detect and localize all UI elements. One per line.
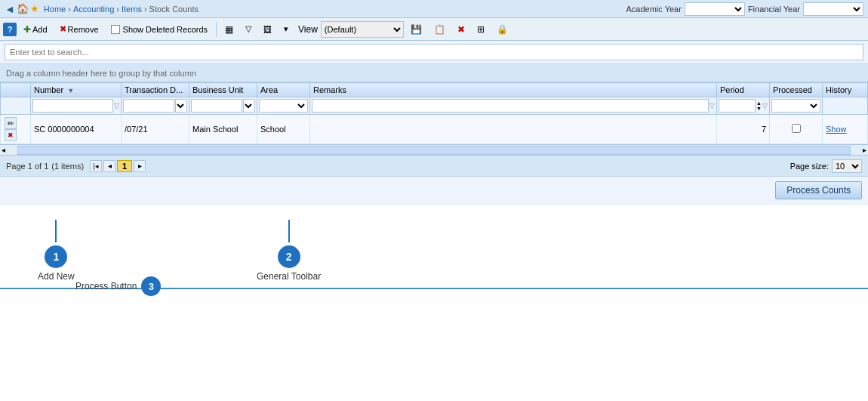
process-callout-label-group: Process Button 3: [75, 276, 161, 296]
row-edit-icon: ✏: [8, 119, 14, 128]
filter-buunit-input[interactable]: [191, 99, 242, 113]
scroll-right-btn[interactable]: ▸: [861, 146, 868, 154]
checkbox-show-deleted[interactable]: [111, 25, 120, 34]
scroll-left-btn[interactable]: ◂: [0, 146, 7, 154]
row-period: 7: [717, 115, 770, 144]
lock-icon: 🔒: [497, 24, 508, 35]
group-header-text: Drag a column header here to group by th…: [6, 69, 196, 78]
page-size-group: Page size: 10: [790, 159, 862, 173]
image-button[interactable]: 🖼: [258, 21, 277, 38]
academic-year-label: Academic Year: [626, 5, 682, 14]
breadcrumb-accounting[interactable]: Accounting: [73, 5, 114, 14]
group-header: Drag a column header here to group by th…: [0, 64, 868, 82]
star-icon[interactable]: ★: [30, 3, 39, 14]
breadcrumb-items[interactable]: Items: [122, 5, 142, 14]
show-deleted-button[interactable]: Show Deleted Records: [106, 21, 214, 38]
filter-remarks-input[interactable]: [312, 99, 709, 113]
page-next-icon: ▸: [138, 162, 142, 170]
view-select[interactable]: (Default): [321, 21, 404, 38]
help-icon[interactable]: ?: [3, 23, 17, 36]
filter-period-down[interactable]: ▼: [756, 106, 762, 111]
process-counts-button[interactable]: Process Counts: [775, 181, 862, 199]
filter-buunit-select[interactable]: [243, 99, 255, 113]
breadcrumb: Home › Accounting › Items › Stock Counts: [44, 5, 626, 14]
filter-remarks-icon[interactable]: ▽: [709, 102, 715, 110]
grid-container: Number ▼ Transaction D... Business Unit …: [0, 82, 868, 144]
row-delete-button[interactable]: ✖: [5, 129, 17, 141]
items-info: (1 items): [51, 162, 84, 171]
row-history-show-link[interactable]: Show: [826, 125, 847, 134]
filter-area-select[interactable]: [259, 99, 308, 113]
callout-1-line: [55, 220, 57, 242]
filter-row: ▽: [1, 97, 868, 115]
search-input[interactable]: [5, 44, 863, 60]
filter-area[interactable]: [257, 97, 310, 115]
breadcrumb-current: Stock Counts: [149, 5, 199, 14]
col-header-number[interactable]: Number ▼: [31, 83, 122, 97]
home-icon[interactable]: 🏠: [17, 3, 29, 14]
page-prev-button[interactable]: ◂: [103, 160, 115, 172]
col-header-buunit[interactable]: Business Unit: [189, 83, 257, 97]
filter-button[interactable]: ▽: [240, 21, 257, 38]
academic-year-select[interactable]: [685, 2, 745, 16]
row-history[interactable]: Show: [823, 115, 868, 144]
grid-config-button[interactable]: ▦: [220, 21, 239, 38]
filter-number-input[interactable]: [32, 99, 113, 113]
horizontal-scrollbar[interactable]: ◂ ▸: [0, 144, 868, 155]
filter-history: [823, 97, 868, 115]
row-actions: ✏ ✖: [1, 115, 31, 144]
filter-icon: ▽: [245, 24, 251, 34]
col-header-period[interactable]: Period: [717, 83, 770, 97]
col-header-remarks[interactable]: Remarks: [310, 83, 717, 97]
dropdown-icon: ▾: [284, 24, 288, 34]
filter-number[interactable]: ▽: [31, 97, 122, 115]
columns-button[interactable]: ⊞: [472, 21, 490, 38]
remove-icon: ✖: [60, 24, 66, 34]
filter-actions: [1, 97, 31, 115]
filter-processed[interactable]: [770, 97, 823, 115]
lock-button[interactable]: 🔒: [491, 21, 513, 38]
callout-2: 2 General Toolbar: [257, 220, 321, 282]
dropdown-button[interactable]: ▾: [279, 21, 294, 38]
col-header-processed[interactable]: Processed: [770, 83, 823, 97]
filter-period[interactable]: ▲ ▼ ▽: [717, 97, 770, 115]
filter-period-input[interactable]: [719, 99, 756, 113]
copy-button[interactable]: 📋: [429, 21, 451, 38]
financial-year-select[interactable]: [803, 2, 863, 16]
add-button[interactable]: ✚ Add: [18, 21, 53, 38]
col-header-history[interactable]: History: [823, 83, 868, 97]
col-header-area[interactable]: Area: [257, 83, 310, 97]
row-processed-checkbox[interactable]: [792, 124, 801, 133]
filter-txdate[interactable]: [122, 97, 189, 115]
scroll-track[interactable]: [17, 146, 851, 155]
filter-period-up[interactable]: ▲: [756, 100, 762, 106]
row-processed[interactable]: [770, 115, 823, 144]
filter-buunit[interactable]: [189, 97, 257, 115]
process-callout-circle: 3: [141, 276, 161, 296]
column-header-row: Number ▼ Transaction D... Business Unit …: [1, 83, 868, 97]
filter-number-icon[interactable]: ▽: [114, 102, 119, 110]
filter-period-icon[interactable]: ▽: [762, 102, 768, 110]
filter-remarks[interactable]: ▽: [310, 97, 717, 115]
add-icon: ✚: [23, 24, 31, 35]
remove-button[interactable]: ✖ Remove: [54, 21, 104, 38]
breadcrumb-home[interactable]: Home: [44, 5, 66, 14]
page-first-button[interactable]: |◂: [90, 160, 102, 172]
row-edit-button[interactable]: ✏: [5, 117, 17, 129]
grid-config-icon: ▦: [225, 24, 233, 35]
callout-1: 1 Add New: [38, 220, 75, 282]
delete-toolbar-button[interactable]: ✖: [452, 21, 470, 38]
filter-txdate-input[interactable]: [123, 99, 174, 113]
page-info: Page 1 of 1: [6, 162, 48, 171]
nav-back-icon[interactable]: ◄: [5, 3, 15, 15]
breadcrumb-sep1: ›: [68, 5, 71, 14]
save-icon: 💾: [411, 24, 422, 35]
page-next-button[interactable]: ▸: [134, 160, 146, 172]
filter-txdate-select[interactable]: [175, 99, 187, 113]
filter-processed-select[interactable]: [771, 99, 820, 113]
save-button[interactable]: 💾: [405, 21, 427, 38]
col-header-txdate[interactable]: Transaction D...: [122, 83, 189, 97]
grid-body: ✏ ✖ SC 0000000004 /07/21 Main School Sch…: [1, 115, 868, 144]
page-size-select[interactable]: 10: [832, 159, 862, 173]
page-number[interactable]: 1: [117, 160, 132, 172]
